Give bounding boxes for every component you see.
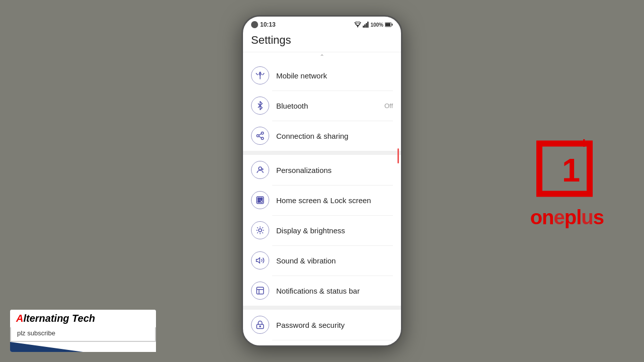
wifi-icon [354, 22, 361, 28]
battery-percent: 100% [370, 22, 383, 28]
status-icons: 100% [354, 22, 393, 28]
bluetooth-icon [251, 97, 269, 115]
settings-item-connection-sharing[interactable]: Connection & sharing [243, 121, 401, 151]
scroll-indicator [397, 148, 399, 163]
scroll-up-indicator: ⌃ [243, 52, 401, 60]
svg-rect-21 [261, 198, 263, 200]
svg-rect-4 [363, 26, 364, 28]
scroll-up-arrow-icon: ⌃ [317, 54, 327, 59]
sound-vibration-icon [251, 251, 269, 269]
settings-header: Settings [243, 31, 401, 52]
mobile-network-icon [251, 66, 269, 84]
signal-icon [363, 22, 369, 28]
settings-list: Mobile network Bluetooth Off [243, 60, 401, 347]
settings-item-home-screen[interactable]: Home screen & Lock screen [243, 185, 401, 215]
personalizations-label: Personalizations [276, 166, 393, 174]
oneplus-icon: 1 + [534, 134, 600, 199]
svg-rect-23 [261, 201, 263, 203]
personalizations-icon [251, 161, 269, 179]
status-avatar-icon [251, 21, 258, 28]
svg-point-24 [259, 229, 262, 232]
svg-line-31 [257, 232, 258, 233]
status-time: 10:13 [251, 21, 276, 28]
svg-line-32 [262, 227, 263, 228]
home-screen-icon [251, 191, 269, 209]
time-display: 10:13 [260, 21, 276, 28]
svg-point-38 [260, 326, 261, 327]
password-security-label: Password & security [276, 321, 393, 329]
mobile-network-label: Mobile network [276, 71, 393, 80]
svg-text:+: + [580, 134, 589, 151]
watermark-channel: lternating Tech [23, 313, 95, 324]
phone-frame: 10:13 100% [242, 15, 403, 347]
settings-item-mobile-network[interactable]: Mobile network [243, 60, 401, 90]
sound-vibration-label: Sound & vibration [276, 256, 393, 265]
watermark: Alternating Tech plz subscribe [10, 310, 156, 352]
svg-marker-33 [257, 258, 260, 263]
svg-text:1: 1 [562, 152, 580, 189]
connection-sharing-icon [251, 127, 269, 145]
section-divider-2 [243, 306, 401, 310]
watermark-triangle [10, 342, 156, 352]
svg-rect-9 [385, 23, 390, 26]
svg-point-14 [261, 137, 264, 140]
svg-rect-10 [392, 24, 393, 26]
password-security-icon [251, 316, 269, 334]
svg-line-28 [262, 232, 263, 233]
svg-rect-6 [366, 23, 367, 28]
settings-item-display-brightness[interactable]: Display & brightness [243, 215, 401, 245]
settings-title: Settings [251, 34, 393, 47]
bluetooth-label: Bluetooth [276, 102, 384, 110]
svg-line-15 [259, 136, 261, 138]
bluetooth-status: Off [384, 102, 393, 110]
svg-line-27 [257, 227, 258, 228]
svg-point-12 [261, 132, 264, 135]
settings-item-bluetooth[interactable]: Bluetooth Off [243, 90, 401, 121]
home-screen-label: Home screen & Lock screen [276, 196, 393, 205]
svg-point-17 [259, 167, 262, 170]
status-bar: 10:13 100% [243, 17, 401, 31]
svg-rect-20 [258, 198, 260, 200]
settings-item-personalizations[interactable]: Personalizations [243, 155, 401, 185]
settings-item-password-security[interactable]: Password & security [243, 310, 401, 340]
display-brightness-label: Display & brightness [276, 226, 393, 235]
settings-item-notifications-statusbar[interactable]: Notifications & status bar [243, 276, 401, 306]
settings-item-sound-vibration[interactable]: Sound & vibration [243, 245, 401, 276]
svg-rect-22 [258, 201, 260, 203]
section-divider-1 [243, 151, 401, 155]
battery-icon [385, 22, 393, 27]
display-brightness-icon [251, 221, 269, 239]
svg-point-3 [357, 27, 358, 28]
svg-rect-34 [257, 287, 264, 294]
svg-line-16 [259, 134, 261, 135]
svg-rect-7 [367, 22, 369, 28]
notifications-statusbar-label: Notifications & status bar [276, 287, 393, 295]
oneplus-text: oneplus [530, 206, 604, 229]
oneplus-logo: 1 + oneplus [530, 134, 604, 229]
watermark-subscribe: plz subscribe [10, 327, 156, 342]
svg-rect-5 [364, 25, 366, 28]
watermark-a: A [16, 313, 23, 324]
connection-sharing-label: Connection & sharing [276, 132, 393, 140]
settings-item-privacy[interactable]: Privacy [243, 340, 401, 347]
notifications-statusbar-icon [251, 282, 269, 300]
svg-point-13 [257, 135, 259, 137]
